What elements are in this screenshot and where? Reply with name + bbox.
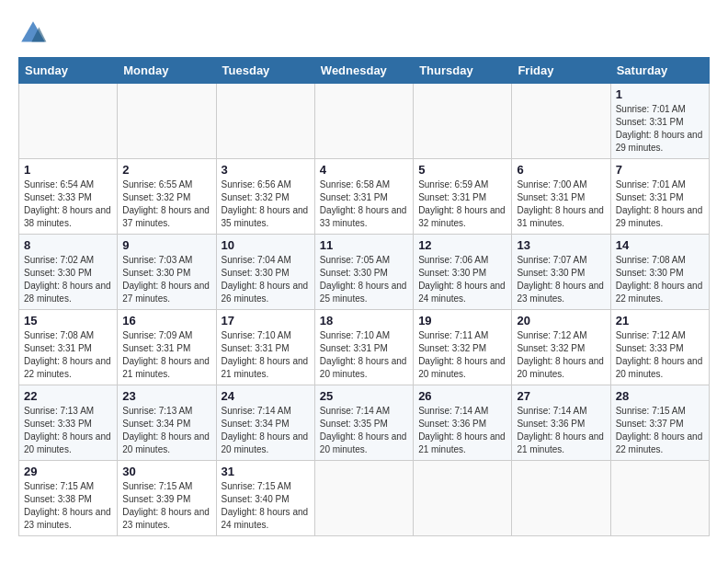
day-number: 28	[616, 389, 704, 403]
day-cell-7: 7 Sunrise: 7:01 AMSunset: 3:31 PMDayligh…	[610, 159, 709, 235]
day-cell-3: 3 Sunrise: 6:56 AMSunset: 3:32 PMDayligh…	[216, 159, 314, 235]
day-cell-26: 26 Sunrise: 7:14 AMSunset: 3:36 PMDaylig…	[414, 385, 512, 461]
calendar-table: SundayMondayTuesdayWednesdayThursdayFrid…	[18, 57, 710, 536]
day-info: Sunrise: 7:11 AMSunset: 3:32 PMDaylight:…	[418, 329, 506, 381]
day-number: 13	[517, 238, 605, 252]
page-header	[18, 18, 710, 48]
day-info: Sunrise: 7:07 AMSunset: 3:30 PMDaylight:…	[517, 254, 605, 305]
day-number: 30	[122, 465, 210, 478]
day-number: 26	[418, 389, 506, 403]
logo-icon	[18, 18, 48, 48]
day-info: Sunrise: 7:04 AMSunset: 3:30 PMDaylight:…	[222, 254, 310, 305]
day-info: Sunrise: 7:09 AMSunset: 3:31 PMDaylight:…	[122, 329, 210, 381]
day-number: 11	[320, 238, 408, 252]
day-info: Sunrise: 7:10 AMSunset: 3:31 PMDaylight:…	[320, 329, 408, 381]
day-info: Sunrise: 7:12 AMSunset: 3:33 PMDaylight:…	[616, 329, 704, 381]
day-number: 8	[24, 238, 112, 252]
day-info: Sunrise: 6:54 AMSunset: 3:33 PMDaylight:…	[24, 178, 112, 230]
day-number: 24	[222, 389, 310, 403]
col-header-thursday: Thursday	[414, 58, 512, 84]
day-info: Sunrise: 6:58 AMSunset: 3:31 PMDaylight:…	[320, 178, 408, 230]
empty-cell	[216, 84, 314, 159]
day-cell-29: 29 Sunrise: 7:15 AMSunset: 3:38 PMDaylig…	[19, 461, 118, 536]
day-number: 18	[320, 314, 408, 327]
day-cell-28: 28 Sunrise: 7:15 AMSunset: 3:37 PMDaylig…	[610, 385, 709, 461]
empty-cell	[118, 84, 216, 159]
day-number: 6	[517, 163, 605, 177]
day-info: Sunrise: 7:15 AMSunset: 3:37 PMDaylight:…	[616, 405, 704, 456]
day-cell-15: 15 Sunrise: 7:08 AMSunset: 3:31 PMDaylig…	[19, 310, 118, 385]
empty-cell	[414, 84, 512, 159]
day-info: Sunrise: 7:03 AMSunset: 3:30 PMDaylight:…	[122, 254, 210, 305]
day-number: 12	[418, 238, 506, 252]
day-number: 3	[222, 163, 310, 177]
day-info: Sunrise: 7:05 AMSunset: 3:30 PMDaylight:…	[320, 254, 408, 305]
day-number: 9	[122, 238, 210, 252]
empty-cell	[414, 461, 512, 536]
day-number: 29	[24, 465, 112, 478]
day-number: 17	[222, 314, 310, 327]
day-info: Sunrise: 7:13 AMSunset: 3:34 PMDaylight:…	[122, 405, 210, 456]
col-header-wednesday: Wednesday	[314, 58, 413, 84]
day-info: Sunrise: 7:14 AMSunset: 3:35 PMDaylight:…	[320, 405, 408, 456]
day-number: 4	[320, 163, 408, 177]
day-cell-19: 19 Sunrise: 7:11 AMSunset: 3:32 PMDaylig…	[414, 310, 512, 385]
day-info: Sunrise: 7:13 AMSunset: 3:33 PMDaylight:…	[24, 405, 112, 456]
day-info: Sunrise: 7:15 AMSunset: 3:39 PMDaylight:…	[122, 480, 210, 532]
day-cell-12: 12 Sunrise: 7:06 AMSunset: 3:30 PMDaylig…	[414, 235, 512, 310]
empty-cell	[19, 84, 118, 159]
day-number: 15	[24, 314, 112, 327]
empty-cell	[314, 84, 413, 159]
day-cell-14: 14 Sunrise: 7:08 AMSunset: 3:30 PMDaylig…	[610, 235, 709, 310]
day-info: Sunrise: 6:56 AMSunset: 3:32 PMDaylight:…	[222, 178, 310, 230]
empty-cell	[314, 461, 413, 536]
day-number: 22	[24, 389, 112, 403]
day-cell-13: 13 Sunrise: 7:07 AMSunset: 3:30 PMDaylig…	[512, 235, 610, 310]
day-info: Sunrise: 6:55 AMSunset: 3:32 PMDaylight:…	[122, 178, 210, 230]
day-number: 27	[517, 389, 605, 403]
day-number: 1	[616, 87, 704, 101]
day-info: Sunrise: 7:14 AMSunset: 3:34 PMDaylight:…	[222, 405, 310, 456]
day-cell-6: 6 Sunrise: 7:00 AMSunset: 3:31 PMDayligh…	[512, 159, 610, 235]
day-number: 14	[616, 238, 704, 252]
day-cell-9: 9 Sunrise: 7:03 AMSunset: 3:30 PMDayligh…	[118, 235, 216, 310]
empty-cell	[512, 461, 610, 536]
day-info: Sunrise: 7:00 AMSunset: 3:31 PMDaylight:…	[517, 178, 605, 230]
day-number: 16	[122, 314, 210, 327]
col-header-monday: Monday	[118, 58, 216, 84]
day-number: 10	[222, 238, 310, 252]
day-number: 31	[222, 465, 310, 478]
day-number: 1	[24, 163, 112, 177]
day-cell-5: 5 Sunrise: 6:59 AMSunset: 3:31 PMDayligh…	[414, 159, 512, 235]
day-cell-1: 1 Sunrise: 7:01 AMSunset: 3:31 PMDayligh…	[610, 84, 709, 159]
day-number: 20	[517, 314, 605, 327]
empty-cell	[610, 461, 709, 536]
day-number: 19	[418, 314, 506, 327]
day-info: Sunrise: 7:08 AMSunset: 3:31 PMDaylight:…	[24, 329, 112, 381]
day-cell-22: 22 Sunrise: 7:13 AMSunset: 3:33 PMDaylig…	[19, 385, 118, 461]
empty-cell	[512, 84, 610, 159]
day-info: Sunrise: 7:08 AMSunset: 3:30 PMDaylight:…	[616, 254, 704, 305]
day-cell-1: 1 Sunrise: 6:54 AMSunset: 3:33 PMDayligh…	[19, 159, 118, 235]
day-cell-17: 17 Sunrise: 7:10 AMSunset: 3:31 PMDaylig…	[216, 310, 314, 385]
logo	[18, 18, 51, 48]
day-cell-18: 18 Sunrise: 7:10 AMSunset: 3:31 PMDaylig…	[314, 310, 413, 385]
day-cell-20: 20 Sunrise: 7:12 AMSunset: 3:32 PMDaylig…	[512, 310, 610, 385]
day-info: Sunrise: 7:15 AMSunset: 3:38 PMDaylight:…	[24, 480, 112, 532]
day-cell-30: 30 Sunrise: 7:15 AMSunset: 3:39 PMDaylig…	[118, 461, 216, 536]
day-info: Sunrise: 7:10 AMSunset: 3:31 PMDaylight:…	[222, 329, 310, 381]
day-cell-25: 25 Sunrise: 7:14 AMSunset: 3:35 PMDaylig…	[314, 385, 413, 461]
day-info: Sunrise: 6:59 AMSunset: 3:31 PMDaylight:…	[418, 178, 506, 230]
day-number: 21	[616, 314, 704, 327]
day-number: 23	[122, 389, 210, 403]
day-cell-31: 31 Sunrise: 7:15 AMSunset: 3:40 PMDaylig…	[216, 461, 314, 536]
day-info: Sunrise: 7:15 AMSunset: 3:40 PMDaylight:…	[222, 480, 310, 532]
day-info: Sunrise: 7:14 AMSunset: 3:36 PMDaylight:…	[418, 405, 506, 456]
day-info: Sunrise: 7:12 AMSunset: 3:32 PMDaylight:…	[517, 329, 605, 381]
day-cell-2: 2 Sunrise: 6:55 AMSunset: 3:32 PMDayligh…	[118, 159, 216, 235]
day-cell-10: 10 Sunrise: 7:04 AMSunset: 3:30 PMDaylig…	[216, 235, 314, 310]
day-info: Sunrise: 7:14 AMSunset: 3:36 PMDaylight:…	[517, 405, 605, 456]
col-header-friday: Friday	[512, 58, 610, 84]
col-header-tuesday: Tuesday	[216, 58, 314, 84]
day-number: 5	[418, 163, 506, 177]
